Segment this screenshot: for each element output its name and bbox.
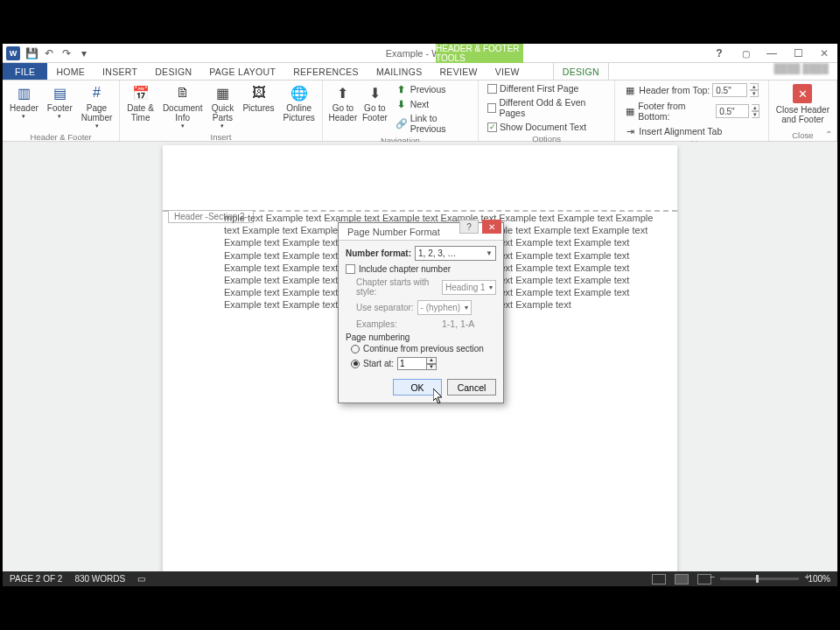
examples-label: Examples: [356,319,397,329]
header-icon: ▥ [15,84,32,102]
different-odd-even-checkbox[interactable]: Different Odd & Even Pages [486,96,607,119]
doc-info-icon: 🗎 [174,84,192,102]
tab-references[interactable]: REFERENCES [284,63,368,80]
read-mode-button[interactable] [652,574,666,584]
undo-icon[interactable]: ↶ [43,47,55,60]
quick-parts-icon: ▦ [214,84,231,102]
help-button[interactable]: ? [706,44,732,63]
insert-alignment-tab-button[interactable]: ⇥Insert Alignment Tab [622,124,761,138]
include-chapter-checkbox[interactable]: Include chapter number [346,264,496,274]
dialog-title: Page Number Format [342,227,440,237]
online-pictures-icon: 🌐 [290,84,308,102]
calendar-icon: 📅 [132,84,150,102]
word-icon: W [6,46,20,60]
checkbox-icon [487,103,496,113]
chapter-style-label: Chapter starts with style: [356,277,438,297]
start-at-spinner[interactable]: ▲▼ [397,357,437,370]
header-from-top-field[interactable]: ▦Header from Top:0.5"▲▼ [622,82,761,98]
footer-icon: ▤ [51,84,68,102]
minimize-button[interactable]: — [759,44,785,63]
checkbox-icon [346,264,355,274]
tab-mailings[interactable]: MAILINGS [368,63,431,80]
header-button[interactable]: ▥Header▾ [6,82,42,131]
start-at-radio[interactable]: Start at: ▲▼ [346,357,496,370]
dialog-help-button[interactable]: ? [459,220,479,234]
previous-button[interactable]: ⬆Previous [394,82,471,96]
link-to-previous-button[interactable]: 🔗Link to Previous [394,112,471,135]
spin-up-icon[interactable]: ▲ [427,357,437,364]
next-icon: ⬇ [396,98,408,110]
different-first-page-checkbox[interactable]: Different First Page [486,82,607,94]
proofing-icon[interactable]: ▭ [137,574,145,584]
sign-in-area[interactable]: ████ ████ [774,63,837,80]
ok-button[interactable]: OK [393,379,442,396]
tab-page-layout[interactable]: PAGE LAYOUT [200,63,284,80]
dialog-close-button[interactable]: ✕ [482,220,501,234]
previous-icon: ⬆ [396,83,408,95]
save-icon[interactable]: 💾 [25,47,38,60]
status-page[interactable]: PAGE 2 OF 2 [10,574,62,584]
tab-header-footer-design[interactable]: DESIGN [553,63,609,80]
ribbon-options-button[interactable]: ▢ [732,44,759,63]
link-icon: 🔗 [396,117,408,130]
checkbox-checked-icon [487,122,497,132]
number-format-combo[interactable]: 1, 2, 3, …▼ [415,246,496,261]
pictures-button[interactable]: 🖼Pictures [239,82,277,131]
number-format-label: Number format: [346,248,411,258]
page-number-icon: # [88,84,106,102]
align-tab-icon: ⇥ [624,125,636,137]
close-button[interactable]: ✕ [811,44,837,63]
next-button[interactable]: ⬇Next [394,97,471,111]
close-icon: ✕ [793,84,812,103]
ruler-bottom-icon: ▦ [624,105,635,117]
goto-header-button[interactable]: ⬆Go to Header [326,82,360,135]
page-number-button[interactable]: #Page Number▾ [78,82,116,131]
collapse-ribbon-button[interactable]: ⌃ [825,130,832,139]
page-numbering-heading: Page numbering [346,332,496,342]
separator-label: Use separator: [356,303,414,312]
goto-footer-icon: ⬇ [366,84,383,102]
chevron-down-icon: ▼ [486,249,493,257]
online-pictures-button[interactable]: 🌐Online Pictures [280,82,318,131]
continue-radio[interactable]: Continue from previous section [346,344,496,354]
quick-parts-button[interactable]: ▦Quick Parts▾ [207,82,237,131]
tab-insert[interactable]: INSERT [94,63,146,80]
page-number-format-dialog: Page Number Format ? ✕ Number format: 1,… [338,222,504,403]
ribbon: ▥Header▾ ▤Footer▾ #Page Number▾ Header &… [3,80,837,142]
ribbon-tabs: FILE HOME INSERT DESIGN PAGE LAYOUT REFE… [3,63,837,80]
document-info-button[interactable]: 🗎Document Info▾ [159,82,206,131]
chapter-style-combo: Heading 1▾ [442,280,496,295]
spin-down-icon[interactable]: ▼ [427,364,437,371]
pictures-icon: 🖼 [250,84,268,102]
tab-review[interactable]: REVIEW [430,63,486,80]
tab-home[interactable]: HOME [47,63,94,80]
tab-view[interactable]: VIEW [486,63,528,80]
radio-selected-icon [351,360,360,368]
date-time-button[interactable]: 📅Date & Time [123,82,158,131]
zoom-level[interactable]: 100% [808,574,830,584]
start-at-input[interactable] [397,357,427,370]
tab-file[interactable]: FILE [3,63,47,80]
examples-value: 1-1, 1-A [442,318,496,329]
goto-footer-button[interactable]: ⬇Go to Footer [360,82,390,135]
show-document-text-checkbox[interactable]: Show Document Text [486,121,607,133]
quick-access-toolbar: W 💾 ↶ ↷ ▾ [3,46,90,60]
goto-header-icon: ⬆ [334,84,352,102]
print-layout-button[interactable] [675,574,689,584]
qat-dropdown-icon[interactable]: ▾ [78,47,90,60]
contextual-tab-label: HEADER & FOOTER TOOLS [436,44,523,63]
tab-design[interactable]: DESIGN [146,63,200,80]
checkbox-icon [487,84,497,94]
maximize-button[interactable]: ☐ [785,44,811,63]
status-words[interactable]: 830 WORDS [74,574,125,584]
group-close-label: Close [773,130,833,141]
dialog-titlebar[interactable]: Page Number Format ? ✕ [339,223,503,241]
footer-button[interactable]: ▤Footer▾ [44,82,76,131]
cancel-button[interactable]: Cancel [447,379,496,396]
radio-icon [351,345,360,354]
close-header-footer-button[interactable]: ✕Close Header and Footer [773,82,833,130]
footer-from-bottom-field[interactable]: ▦Footer from Bottom:0.5"▲▼ [622,100,761,122]
redo-icon[interactable]: ↷ [60,47,73,60]
zoom-slider[interactable] [720,578,799,580]
status-bar: PAGE 2 OF 2 830 WORDS ▭ 100% [3,571,837,586]
